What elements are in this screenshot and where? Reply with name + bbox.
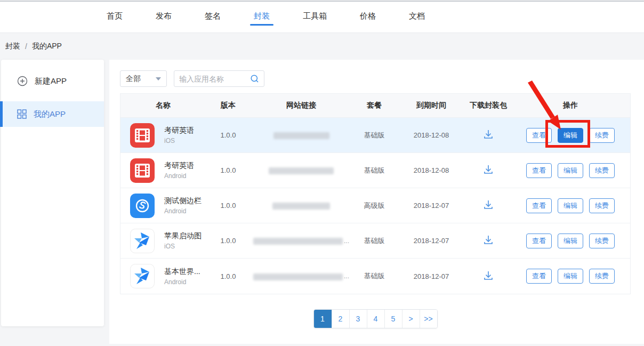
- expire-date: 2018-12-08: [397, 166, 466, 174]
- download-icon[interactable]: [482, 269, 495, 282]
- last-page-button[interactable]: >>: [420, 310, 437, 328]
- app-platform: iOS: [164, 243, 202, 250]
- next-page-button[interactable]: >: [402, 310, 420, 328]
- view-button[interactable]: 查看: [526, 163, 552, 178]
- film-icon: [130, 158, 155, 183]
- page-button-5[interactable]: 5: [384, 310, 402, 328]
- nav-item-docs[interactable]: 文档: [405, 0, 429, 33]
- app-version: 1.0.0: [206, 202, 251, 210]
- expire-date: 2018-12-08: [397, 131, 466, 139]
- view-button[interactable]: 查看: [526, 234, 552, 248]
- nav-item-home[interactable]: 首页: [103, 0, 126, 33]
- nav-item-toolbox[interactable]: 工具箱: [299, 0, 331, 33]
- nav-item-package[interactable]: 封装: [250, 0, 273, 33]
- page-button-3[interactable]: 3: [349, 310, 367, 328]
- app-name: 考研英语: [164, 126, 194, 135]
- download-icon[interactable]: [482, 163, 495, 176]
- app-plan: 基础版: [352, 131, 397, 140]
- edit-button[interactable]: 编辑: [558, 234, 583, 248]
- expire-date: 2018-12-07: [397, 272, 466, 280]
- expire-date: 2018-12-07: [397, 202, 466, 210]
- col-header-version: 版本: [206, 101, 251, 110]
- page-button-4[interactable]: 4: [367, 310, 384, 328]
- app-plan: 基础版: [352, 236, 397, 246]
- main-nav: 首页 发布 签名 封装 工具箱 价格 文档: [0, 0, 644, 33]
- sidebar: 新建APP 我的APP: [1, 60, 104, 326]
- col-header-download: 下载封装包: [466, 101, 511, 110]
- view-button[interactable]: 查看: [526, 198, 552, 213]
- download-icon[interactable]: [482, 198, 495, 211]
- app-platform: Android: [164, 207, 202, 215]
- view-button[interactable]: 查看: [526, 128, 552, 143]
- download-icon[interactable]: [482, 234, 495, 246]
- search-box: [174, 70, 264, 87]
- edit-button[interactable]: 编辑: [558, 163, 583, 178]
- app-name: 测试侧边栏: [164, 196, 202, 206]
- filter-select[interactable]: 全部: [120, 70, 167, 87]
- sidebar-item-my-app[interactable]: 我的APP: [1, 101, 104, 127]
- app-platform: Android: [164, 172, 194, 180]
- breadcrumb-current: 我的APP: [32, 42, 62, 51]
- page-button-2[interactable]: 2: [332, 310, 349, 328]
- nav-item-sign[interactable]: 签名: [201, 0, 224, 33]
- caret-down-icon: [156, 77, 161, 81]
- app-version: 1.0.0: [206, 166, 251, 174]
- origami-bird-icon: [130, 264, 155, 288]
- nav-item-price[interactable]: 价格: [356, 0, 380, 33]
- s-browser-icon: [130, 194, 155, 218]
- grid-icon: [17, 109, 27, 119]
- app-plan: 基础版: [352, 271, 397, 281]
- app-version: 1.0.0: [206, 272, 251, 280]
- toolbar: 全部: [120, 70, 631, 87]
- table-header-row: 名称 版本 网站链接 套餐 到期时间 下载封装包 操作: [120, 94, 630, 118]
- col-header-website: 网站链接: [251, 101, 352, 110]
- download-icon[interactable]: [482, 128, 495, 141]
- website-link-blurred: [251, 202, 352, 210]
- renew-button[interactable]: 续费: [589, 163, 615, 178]
- table-row: 苹果启动图 iOS 1.0.0 ... 基础版 2018-12-07 查看 编辑…: [120, 223, 630, 259]
- search-input[interactable]: [179, 75, 250, 83]
- edit-button[interactable]: 编辑: [558, 198, 583, 213]
- renew-button[interactable]: 续费: [589, 198, 615, 213]
- col-header-expires: 到期时间: [397, 101, 466, 110]
- table-row: 考研英语 Android 1.0.0 基础版 2018-12-08 查看 编辑 …: [120, 153, 630, 188]
- nav-item-publish[interactable]: 发布: [152, 0, 175, 33]
- renew-button[interactable]: 续费: [589, 269, 615, 284]
- edit-button[interactable]: 编辑: [558, 128, 583, 143]
- app-table: 名称 版本 网站链接 套餐 到期时间 下载封装包 操作 考研英语 iOS: [120, 93, 631, 294]
- main-panel: 全部 名称 版本 网站链接 套餐 到期时间 下载封装包 操作: [109, 60, 644, 344]
- app-name: 考研英语: [164, 161, 194, 171]
- website-link-blurred: [251, 131, 352, 139]
- website-link-blurred: ...: [251, 237, 352, 245]
- renew-button[interactable]: 续费: [589, 234, 615, 248]
- expire-date: 2018-12-07: [397, 237, 466, 245]
- top-nav-bar: 首页 发布 签名 封装 工具箱 价格 文档: [0, 0, 644, 33]
- breadcrumb: 封装 / 我的APP: [0, 33, 62, 60]
- edit-button[interactable]: 编辑: [558, 269, 583, 284]
- magnifier-icon[interactable]: [250, 74, 259, 83]
- app-version: 1.0.0: [206, 131, 251, 139]
- col-header-name: 名称: [120, 101, 206, 110]
- app-platform: iOS: [164, 137, 194, 144]
- view-button[interactable]: 查看: [526, 269, 552, 284]
- renew-button[interactable]: 续费: [589, 128, 615, 143]
- filter-select-value: 全部: [126, 74, 141, 84]
- page-button-1[interactable]: 1: [314, 310, 332, 328]
- col-header-plan: 套餐: [352, 101, 397, 110]
- sidebar-item-label: 新建APP: [35, 76, 67, 86]
- breadcrumb-separator: /: [25, 42, 27, 51]
- table-row: 测试侧边栏 Android 1.0.0 高级版 2018-12-07 查看 编辑…: [120, 188, 630, 223]
- app-name: 苹果启动图: [164, 231, 202, 241]
- page: 首页 发布 签名 封装 工具箱 价格 文档 封装 / 我的APP 新建APP 我…: [0, 0, 644, 346]
- app-plan: 高级版: [352, 201, 397, 211]
- sidebar-item-new-app[interactable]: 新建APP: [1, 68, 104, 94]
- app-platform: Android: [164, 278, 200, 286]
- app-version: 1.0.0: [206, 237, 251, 245]
- app-name: 基本世界...: [164, 267, 200, 277]
- sidebar-item-label: 我的APP: [34, 109, 66, 119]
- app-plan: 基础版: [352, 166, 397, 175]
- pagination: 1 2 3 4 5 > >>: [120, 309, 631, 328]
- origami-bird-icon: [130, 229, 155, 253]
- col-header-actions: 操作: [511, 101, 630, 110]
- breadcrumb-section[interactable]: 封装: [5, 42, 20, 51]
